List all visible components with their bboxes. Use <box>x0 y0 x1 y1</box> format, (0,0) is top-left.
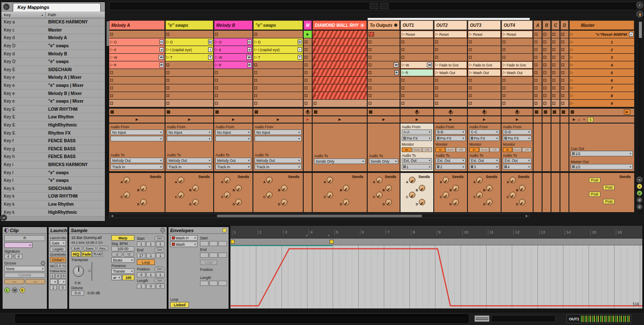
send-knob-c[interactable]: C <box>376 192 383 198</box>
stop-button[interactable] <box>571 110 574 114</box>
track-header-diamond-wall-rhy[interactable]: DIAMOND WALL RHY▾ <box>313 20 367 30</box>
track-play-icon[interactable]: ▶ <box>516 118 518 121</box>
clip-slot[interactable]: ▷dd <box>109 46 165 53</box>
clip-launch-icon[interactable]: ▷ <box>254 40 257 44</box>
clip-launch-icon[interactable]: ▷ <box>435 63 438 67</box>
keymap-row[interactable]: Key dMelody B <box>1 50 105 58</box>
clip-launch-icon[interactable]: ▷ <box>435 32 438 36</box>
send-knob-b[interactable]: B <box>343 185 349 191</box>
clip-slot-empty[interactable] <box>214 100 252 107</box>
keymap-row[interactable]: Key l"e" swaps <box>1 177 105 185</box>
send-knob-b[interactable]: B <box>419 185 425 191</box>
groove-select[interactable]: None ▾ <box>4 266 45 271</box>
monitor-in-button[interactable]: In <box>402 147 412 152</box>
launch-box-toggle[interactable]: L <box>4 288 10 293</box>
keymap-row[interactable]: Key ERhythm FX <box>1 129 105 137</box>
clip-launch-icon[interactable]: ▷ <box>503 32 506 36</box>
clip-slot[interactable]: ▷ <box>313 54 367 61</box>
send-knob-c[interactable]: C <box>266 192 273 198</box>
keymap-row[interactable]: Key kLOW RHYTHM <box>1 193 105 201</box>
clip-launch-icon[interactable]: ▷ <box>313 71 316 75</box>
clip-stop-slot[interactable] <box>214 109 252 115</box>
monitor-auto-button[interactable]: Auto <box>412 147 422 152</box>
clip-stop-slot[interactable] <box>502 109 533 115</box>
clip-slot-empty[interactable] <box>542 38 551 46</box>
clip-slot-empty[interactable] <box>400 54 433 61</box>
track-header-out1[interactable]: OUT1 <box>400 20 433 30</box>
track-play-icon[interactable]: ▶ <box>136 118 138 121</box>
envelope-length-sixteenth-field[interactable] <box>218 281 227 286</box>
position-sixteenth-field[interactable]: 1 <box>156 272 165 277</box>
stop-button[interactable] <box>314 110 317 114</box>
audio-to-channel-select[interactable]: 4▾ <box>503 164 531 170</box>
clip-slot-empty[interactable] <box>109 69 165 76</box>
position-beat-field[interactable]: 1 <box>146 272 155 277</box>
scrub-area[interactable] <box>230 239 642 245</box>
master-out-select[interactable]: 1/2▾ <box>571 164 633 170</box>
warp-toggle[interactable]: Warp <box>111 235 134 241</box>
clip-slot[interactable]: ▷DD <box>165 38 213 46</box>
audio-to-select[interactable]: Melody Out▾ <box>167 158 212 163</box>
follow-time-units-field[interactable]: 0 <box>61 273 66 279</box>
clip-slot-empty[interactable] <box>542 69 551 76</box>
clip-slot-empty[interactable] <box>434 38 467 46</box>
keymap-row[interactable]: Key ELow Rhythm <box>1 113 105 121</box>
clip-slot-empty[interactable] <box>502 46 533 53</box>
audio-to-channel-select[interactable]: Track In▾ <box>255 164 302 170</box>
mixer-toggle-x[interactable]: x <box>637 204 642 210</box>
send-knob-c[interactable]: C <box>476 192 483 198</box>
send-knob-c[interactable]: C <box>124 192 130 198</box>
monitor-auto-button[interactable]: Auto <box>446 147 455 152</box>
clip-launch-icon[interactable]: ▷ <box>215 55 218 59</box>
clip-slot[interactable]: ▷Reset <box>502 31 533 38</box>
clip-slot[interactable]: ▷TT <box>165 54 213 61</box>
audio-from-select[interactable]: C-C▾ <box>469 129 499 135</box>
audio-to-select[interactable]: Melody Out▾ <box>255 158 302 163</box>
transient-loop-mode-select[interactable]: ⇄ ▾ <box>111 275 122 280</box>
clip-slot-empty[interactable] <box>109 84 165 92</box>
clip-stop-slot[interactable] <box>542 109 551 115</box>
clip-slot-empty[interactable] <box>502 38 533 46</box>
keymap-row[interactable]: Key kSIDECHAIN <box>1 184 105 193</box>
master-play-icon[interactable]: ▶ <box>573 118 575 121</box>
keymap-row[interactable]: Key ELOW RHYTHM <box>1 106 105 114</box>
scene-slot[interactable]: ▷2 <box>569 46 634 53</box>
send-knob-d[interactable]: D <box>140 199 147 205</box>
clip-stop-slot[interactable]: ▶ <box>569 109 634 115</box>
send-knob-c[interactable]: C <box>178 192 184 198</box>
clip-launch-icon[interactable]: ▷ <box>313 48 316 52</box>
ram-toggle[interactable]: RAM <box>93 252 103 257</box>
start-beat-field[interactable]: 1 <box>146 242 155 247</box>
send-knob-b[interactable]: B <box>192 185 199 191</box>
clip-launch-icon[interactable]: ▷ <box>254 48 257 52</box>
clip-slot-empty[interactable] <box>253 77 303 84</box>
clip-slot-empty[interactable] <box>468 46 501 53</box>
record-circle-icon[interactable] <box>394 23 397 27</box>
linked-toggle[interactable]: Linked <box>170 302 189 308</box>
audio-from-select[interactable]: No Input▾ <box>215 129 251 135</box>
stop-button[interactable] <box>562 110 565 114</box>
clip-launch-icon[interactable]: ▷ <box>110 55 113 59</box>
clip-slot[interactable]: ▷ <box>313 46 367 53</box>
clip-slot-empty[interactable] <box>400 92 433 99</box>
groove-swing-icon[interactable] <box>41 261 45 265</box>
audio-to-channel-select[interactable]: Track In▾ <box>110 164 163 170</box>
sample-box-toggle[interactable]: W <box>12 288 17 293</box>
clip-slot-empty[interactable] <box>368 92 400 99</box>
mixer-toggle-s[interactable]: s <box>637 184 642 189</box>
scene-slot[interactable]: ▷1 <box>569 38 634 46</box>
envelope-end-bar-field[interactable] <box>200 253 209 258</box>
hiq-toggle[interactable]: HiQ <box>71 251 81 257</box>
send-knob-c[interactable]: C <box>443 192 449 198</box>
cue-post-toggle-c[interactable]: Post <box>589 192 600 197</box>
keymap-row[interactable]: Key cMaster <box>1 26 105 35</box>
clip-slot[interactable]: ▷RR <box>214 61 252 69</box>
send-knob-d[interactable]: D <box>486 199 493 205</box>
envelope-end-beat-field[interactable] <box>209 253 218 258</box>
clip-stop-slot[interactable] <box>560 109 569 115</box>
clip-stop-slot[interactable] <box>434 109 467 115</box>
audio-to-select[interactable]: Ext. Out▾ <box>435 158 466 164</box>
clip-launch-icon[interactable]: ▷ <box>402 63 405 67</box>
clip-slot-empty[interactable] <box>304 84 312 92</box>
top-tab[interactable] <box>380 3 389 9</box>
